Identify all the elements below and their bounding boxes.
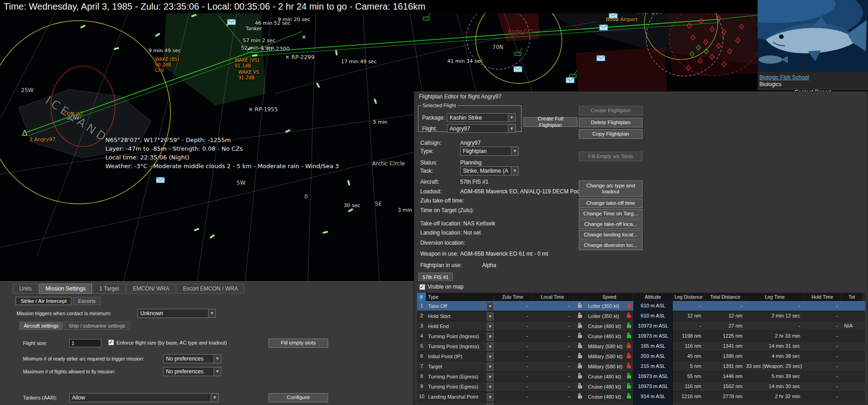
tab-57th-fis-1[interactable]: 57th FIS #1 xyxy=(418,273,453,281)
airbase-icon[interactable] xyxy=(514,66,522,72)
airbase-icon[interactable] xyxy=(156,177,165,183)
col-header-zulu-time[interactable]: Zulu Time xyxy=(494,293,532,301)
tab-units[interactable]: Units xyxy=(13,284,38,294)
waypoint-type-dropdown[interactable]: ▼ xyxy=(487,363,494,371)
lock-icon[interactable] xyxy=(578,325,582,328)
waypoint-type-dropdown[interactable]: ▼ xyxy=(487,302,494,311)
waypoint-cell: 1562 nm xyxy=(705,382,746,392)
waypoint-row[interactable]: 6Initial Point (IP)▼--Military (580 kt)2… xyxy=(417,351,865,361)
settings-tab-ship-submarine-settings[interactable]: Ship / submarine settings xyxy=(64,322,130,330)
trigger-select[interactable]: Unknown ▼ xyxy=(137,309,216,318)
lock-icon[interactable] xyxy=(627,305,631,308)
waypoint-row[interactable]: 7Target▼--Military (580 kt)215 m ASL5 nm… xyxy=(417,361,865,372)
lock-icon[interactable] xyxy=(627,365,631,368)
col-header-tot[interactable]: Tot xyxy=(841,293,863,301)
waypoint-type-dropdown[interactable]: ▼ xyxy=(487,343,494,351)
change-landing-locat-button[interactable]: Change landing locat... xyxy=(579,230,643,240)
lock-icon[interactable] xyxy=(578,385,582,389)
change-a-c-type-and-loadout-button[interactable]: Change a/c type and loadout xyxy=(579,181,643,197)
waypoint-row[interactable]: 5Turning Point (Ingress)▼--Military (580… xyxy=(417,341,865,351)
lock-icon[interactable] xyxy=(578,315,582,318)
change-diversion-loc-button[interactable]: Change diversion loc... xyxy=(579,241,643,250)
tab-mission-settings[interactable]: Mission Settings xyxy=(39,284,92,294)
waypoint-row[interactable]: 8Turning Point (Egress)▼--Cruise (480 kt… xyxy=(417,372,865,382)
col-header-type[interactable]: Type xyxy=(426,293,494,301)
lock-icon[interactable] xyxy=(578,355,582,358)
waypoint-cell: - xyxy=(804,392,841,402)
enforce-flight-size-label: Enforce flight size (by base, AC type an… xyxy=(116,340,227,345)
col-header-altitude[interactable]: Altitude xyxy=(633,293,673,301)
lock-icon[interactable] xyxy=(627,315,631,318)
lock-icon[interactable] xyxy=(627,355,631,358)
waypoint-type-dropdown[interactable]: ▼ xyxy=(487,393,494,401)
waypoint-type-dropdown[interactable]: ▼ xyxy=(487,323,494,331)
airbase-icon[interactable] xyxy=(609,13,617,18)
min-ready-label: Minimum # of ready strike a/c required t… xyxy=(23,356,144,361)
mission-settings-panel: UnitsMission Settings1 TargetEMCON/ WRAE… xyxy=(0,281,414,405)
lock-icon[interactable] xyxy=(627,345,631,348)
waypoint-cell: 27 nm xyxy=(705,321,746,331)
visible-on-map-checkbox[interactable]: Visible on map xyxy=(419,284,464,290)
app-root: 46 min 52 sec9 min 20 sec1 hr 16 min1 hr… xyxy=(0,0,868,405)
lock-icon[interactable] xyxy=(578,335,582,338)
waypoint-row[interactable]: 9Turning Point (Egress)▼--Cruise (480 kt… xyxy=(417,382,865,392)
subtab-strike-air-intercept[interactable]: Strike / Air Intercept xyxy=(16,297,71,305)
waypoint-table-header: #TypeZulu TimeLocal TimeSpeedAltitudeLeg… xyxy=(417,293,865,301)
settings-tab-aircraft-settings[interactable]: Aircraft settings xyxy=(19,322,63,330)
change-time-on-targ-button[interactable]: Change Time on Targ... xyxy=(579,209,643,219)
waypoint-type-dropdown[interactable]: ▼ xyxy=(487,312,494,321)
col-header-hold-time[interactable]: Hold Time xyxy=(804,293,841,301)
lock-icon[interactable] xyxy=(627,375,631,378)
col-header-total-distance[interactable]: Total Distance xyxy=(705,293,746,301)
waypoint-type-dropdown[interactable]: ▼ xyxy=(487,373,494,381)
waypoint-speed: Loiter (350 kt) xyxy=(588,312,619,321)
lock-icon[interactable] xyxy=(578,395,582,399)
biologic-link[interactable]: Biologic Fish School xyxy=(758,74,868,81)
col-header-speed[interactable]: Speed xyxy=(586,293,633,301)
lock-icon[interactable] xyxy=(578,345,582,348)
lock-icon[interactable] xyxy=(627,335,631,338)
waypoint-type-dropdown[interactable]: ▼ xyxy=(487,353,494,361)
max-flights-select[interactable]: No preferences ▼ xyxy=(163,367,221,376)
col-header-local-time[interactable]: Local Time xyxy=(532,293,574,301)
waypoint-type-dropdown[interactable]: ▼ xyxy=(487,383,494,391)
waypoint-cell: 2 hr 32 min xyxy=(746,392,804,402)
tab-escort-emcon-wra[interactable]: Escort EMCON / WRA xyxy=(176,284,244,294)
waypoint-row[interactable]: 10Landing Marshal Point▼--Cruise (480 kt… xyxy=(417,392,865,402)
waypoint-row[interactable]: 2Hold Start▼--Loiter (350 kt)610 m ASL12… xyxy=(417,311,865,321)
waypoint-cell: - xyxy=(532,321,574,331)
waypoint-row[interactable]: 1Take-Off▼--Loiter (350 kt)610 m ASL---- xyxy=(417,301,865,311)
lock-icon[interactable] xyxy=(578,375,582,378)
lock-icon[interactable] xyxy=(578,305,582,308)
fill-empty-slots-button[interactable]: Fill empty slots xyxy=(269,339,328,348)
lock-icon[interactable] xyxy=(627,385,631,389)
tankers-select[interactable]: Allow ▼ xyxy=(69,393,219,402)
col-header-[interactable]: # xyxy=(417,293,426,301)
waypoint-cell xyxy=(841,331,863,341)
airbase-icon[interactable] xyxy=(566,77,574,83)
waypoint-type-dropdown[interactable]: ▼ xyxy=(487,333,494,341)
airbase-icon[interactable] xyxy=(597,55,605,61)
airbase-icon[interactable] xyxy=(227,19,236,25)
waypoint-row[interactable]: 3Hold End▼--Cruise (480 kt)10973 m ASL-2… xyxy=(417,321,865,331)
enforce-flight-size-checkbox[interactable]: Enforce flight size (by base, AC type an… xyxy=(108,339,227,345)
col-header-leg-distance[interactable]: Leg Distance xyxy=(673,293,705,301)
change-take-off-loca-button[interactable]: Change take-off loca... xyxy=(579,219,643,229)
flight-size-input[interactable]: 1 xyxy=(69,339,101,347)
airbase-icon[interactable] xyxy=(599,25,608,30)
tab-emcon-wra[interactable]: EMCON/ WRA xyxy=(126,284,176,294)
min-ready-select[interactable]: No preferences ▼ xyxy=(163,354,221,363)
tab-1-target[interactable]: 1 Target xyxy=(93,284,126,294)
lock-icon[interactable] xyxy=(627,325,631,328)
waypoint-row[interactable]: 4Turning Point (Ingress)▼--Cruise (480 k… xyxy=(417,331,865,341)
waypoint-type-dropdown[interactable]: ▼ xyxy=(487,403,494,405)
subtab-escorts[interactable]: Escorts xyxy=(73,297,100,305)
contact-info-block: N65°28'07", W17°20'59" - Depth: -1255m L… xyxy=(105,136,339,170)
lock-icon[interactable] xyxy=(627,395,631,399)
change-take-off-time-button[interactable]: Change take-off time xyxy=(579,198,643,208)
col-header-leg-time[interactable]: Leg Time xyxy=(746,293,804,301)
lock-icon[interactable] xyxy=(578,365,582,368)
waypoint-row[interactable]: ▼ xyxy=(417,402,865,405)
configure-button[interactable]: Configure xyxy=(269,393,328,402)
col-header-lock[interactable] xyxy=(574,293,586,301)
